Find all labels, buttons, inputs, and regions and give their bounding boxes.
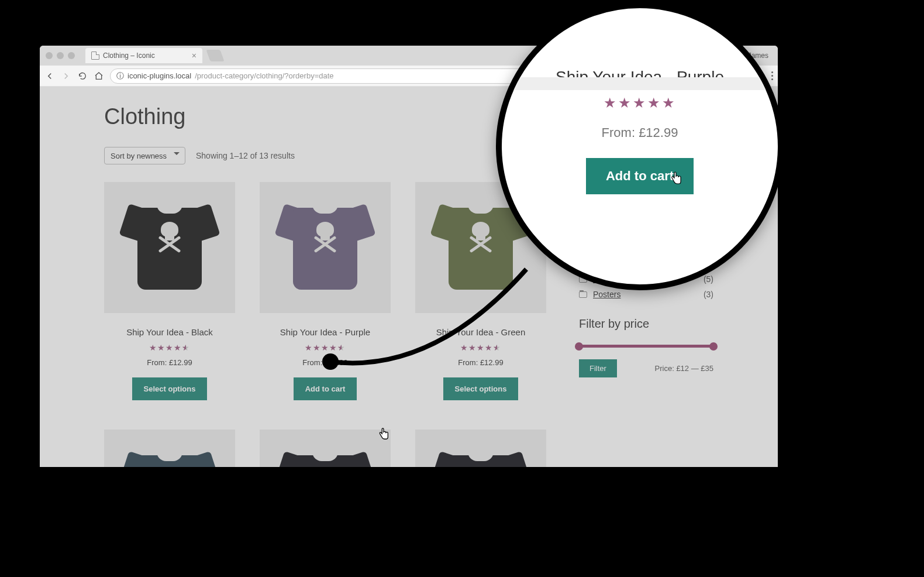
product-card[interactable] bbox=[104, 430, 235, 467]
filter-price-text: Price: £12 — £35 bbox=[655, 364, 713, 373]
zoom-bubble: Ship Your Idea - Purple ★★★★★ From: £12.… bbox=[496, 2, 784, 290]
new-tab-button[interactable] bbox=[206, 50, 224, 61]
sort-select[interactable]: Sort by newness bbox=[104, 147, 185, 164]
product-card[interactable]: Ship Your Idea - Black ★★★★★ From: £12.9… bbox=[104, 182, 235, 400]
product-image[interactable] bbox=[260, 182, 391, 313]
product-grid-row2 bbox=[104, 430, 556, 467]
slider-handle-max[interactable] bbox=[709, 342, 718, 351]
product-title: Ship Your Idea - Purple bbox=[260, 327, 391, 337]
filter-price-heading: Filter by price bbox=[579, 317, 713, 331]
home-icon[interactable] bbox=[94, 71, 104, 81]
product-card[interactable] bbox=[415, 430, 546, 467]
url-host: iconic-plugins.local bbox=[127, 71, 191, 80]
star-rating: ★★★★★ bbox=[415, 343, 546, 352]
traffic-min-icon[interactable] bbox=[57, 52, 64, 59]
product-price: From: £12.99 bbox=[104, 358, 235, 367]
info-icon: ⓘ bbox=[116, 71, 124, 81]
zoom-product-price: From: £12.99 bbox=[602, 125, 678, 140]
zoom-product-image bbox=[502, 8, 778, 61]
page-title: Clothing bbox=[104, 104, 556, 129]
select-options-button[interactable]: Select options bbox=[132, 377, 208, 400]
filter-button[interactable]: Filter bbox=[579, 359, 617, 377]
product-price: From: £12.99 bbox=[260, 358, 391, 367]
zoom-star-rating: ★★★★★ bbox=[604, 95, 677, 111]
price-slider[interactable] bbox=[579, 345, 713, 348]
product-title: Ship Your Idea - Black bbox=[104, 327, 235, 337]
window-controls[interactable] bbox=[46, 52, 75, 59]
product-card[interactable]: Ship Your Idea - Purple ★★★★★ From: £12.… bbox=[260, 182, 391, 400]
tab-title: Clothing – Iconic bbox=[103, 51, 155, 60]
browser-tab[interactable]: Clothing – Iconic × bbox=[85, 48, 202, 63]
traffic-close-icon[interactable] bbox=[46, 52, 53, 59]
page-icon bbox=[91, 51, 99, 60]
forward-icon[interactable] bbox=[61, 71, 71, 81]
product-title: Ship Your Idea - Green bbox=[415, 327, 546, 337]
reload-icon[interactable] bbox=[77, 71, 88, 81]
category-count: (3) bbox=[704, 290, 713, 299]
category-link[interactable]: Posters bbox=[593, 290, 620, 299]
select-options-button[interactable]: Select options bbox=[443, 377, 519, 400]
cursor-hand-icon bbox=[669, 171, 683, 186]
url-path: /product-category/clothing/?orderby=date bbox=[195, 71, 333, 80]
product-grid: Ship Your Idea - Black ★★★★★ From: £12.9… bbox=[104, 182, 556, 400]
folder-icon bbox=[579, 291, 587, 298]
product-card[interactable] bbox=[260, 430, 391, 467]
back-icon[interactable] bbox=[44, 71, 55, 81]
traffic-max-icon[interactable] bbox=[68, 52, 75, 59]
tab-close-icon[interactable]: × bbox=[192, 51, 196, 60]
main-content: Clothing Sort by newness Showing 1–12 of… bbox=[104, 104, 556, 467]
category-count: (5) bbox=[704, 274, 713, 284]
star-rating: ★★★★★ bbox=[260, 343, 391, 352]
browser-menu-icon[interactable] bbox=[771, 71, 773, 80]
add-to-cart-button[interactable]: Add to cart bbox=[294, 377, 357, 400]
product-price: From: £12.99 bbox=[415, 358, 546, 367]
slider-handle-min[interactable] bbox=[575, 342, 583, 351]
results-count: Showing 1–12 of 13 results bbox=[196, 151, 295, 160]
results-toolbar: Sort by newness Showing 1–12 of 13 resul… bbox=[104, 147, 556, 164]
star-rating: ★★★★★ bbox=[104, 343, 235, 352]
zoom-add-to-cart-button[interactable]: Add to cart bbox=[586, 158, 694, 194]
product-image[interactable] bbox=[104, 182, 235, 313]
